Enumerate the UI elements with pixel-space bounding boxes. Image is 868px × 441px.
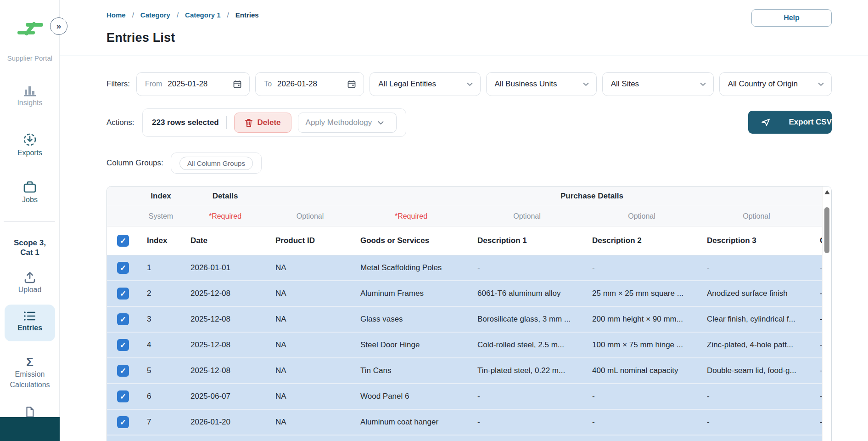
- requirement-system: System: [139, 212, 183, 220]
- cell-description-3: Double-seam lid, food-g...: [699, 366, 814, 375]
- cell-description-1: -: [470, 418, 584, 427]
- column-header-description-2[interactable]: Description 2: [584, 236, 699, 245]
- section-title-line2: Cat 1: [0, 248, 60, 257]
- filters-label: Filters:: [106, 79, 136, 89]
- calendar-icon: [347, 79, 356, 89]
- date-to-picker[interactable]: To 2026-01-28: [255, 72, 364, 96]
- business-units-dropdown[interactable]: All Business Units: [486, 72, 597, 96]
- emission-label-line2: Calculations: [10, 381, 50, 389]
- column-groups-label: Column Groups:: [106, 158, 171, 168]
- file-icon: [23, 406, 36, 418]
- row-checkbox[interactable]: ✓: [117, 288, 129, 300]
- table-row[interactable]: ✓ 3 2025-12-08 NA Glass vases Borosilica…: [107, 307, 831, 333]
- filters-row: Filters: From 2025-01-28 To 2026-01-28: [106, 72, 832, 96]
- table-scrollbar[interactable]: [822, 187, 831, 441]
- date-from-label: From: [145, 80, 162, 88]
- column-header-index[interactable]: Index: [139, 236, 183, 245]
- chevron-double-right-icon: »: [56, 21, 62, 31]
- sidebar-item-insights[interactable]: Insights: [0, 84, 60, 107]
- table-requirement-row: System *Required Optional *Required Opti…: [107, 206, 831, 226]
- table-row[interactable]: ✓ 7 2026-01-20 NA Aluminum coat hanger -…: [107, 410, 831, 435]
- sidebar-item-emission-calculations[interactable]: Σ Emission Calculations: [0, 356, 60, 390]
- cell-product-id: NA: [268, 340, 353, 350]
- scrollbar-thumb[interactable]: [824, 207, 829, 253]
- column-groups-button[interactable]: All Column Groups: [171, 153, 262, 174]
- breadcrumb-separator: /: [177, 11, 179, 19]
- column-header-description-1[interactable]: Description 1: [470, 236, 584, 245]
- table-row[interactable]: ✓ 6 2025-06-07 NA Wood Panel 6 - - - -: [107, 384, 831, 410]
- row-checkbox[interactable]: ✓: [117, 416, 129, 428]
- content: Filters: From 2025-01-28 To 2026-01-28: [60, 72, 868, 441]
- send-icon: [761, 118, 771, 127]
- cell-index: 6: [139, 392, 183, 401]
- row-checkbox[interactable]: ✓: [117, 365, 129, 377]
- export-csv-label: Export CSV: [789, 118, 832, 127]
- cell-index: 5: [139, 366, 183, 375]
- table-row[interactable]: ✓ 4 2025-12-08 NA Steel Door Hinge Cold-…: [107, 333, 831, 358]
- table-row[interactable]: ✓ 1 2026-01-01 NA Metal Scaffolding Pole…: [107, 255, 831, 281]
- sidebar-item-exports[interactable]: Exports: [0, 132, 60, 157]
- breadcrumb-category-1[interactable]: Category 1: [185, 11, 221, 19]
- list-icon: [22, 310, 37, 322]
- export-csv-button[interactable]: Export CSV: [748, 111, 832, 134]
- dropdown-value: All Legal Entities: [378, 79, 436, 89]
- table-row[interactable]: ✓ 5 2025-12-08 NA Tin Cans Tin-plated st…: [107, 358, 831, 384]
- cell-description-3: -: [699, 392, 814, 401]
- country-of-origin-dropdown[interactable]: All Country of Origin: [719, 72, 832, 96]
- apply-methodology-dropdown[interactable]: Apply Methodology: [298, 113, 397, 133]
- column-header-product-id[interactable]: Product ID: [268, 236, 353, 245]
- row-checkbox[interactable]: ✓: [117, 262, 129, 274]
- row-checkbox[interactable]: ✓: [117, 339, 129, 351]
- breadcrumb: Home / Category / Category 1 / Entries: [106, 11, 832, 19]
- sidebar-item-label: Jobs: [0, 196, 60, 204]
- scroll-up-arrow-icon[interactable]: [824, 190, 830, 194]
- column-header-date[interactable]: Date: [183, 236, 268, 245]
- page-title: Entries List: [106, 31, 832, 45]
- legal-entities-dropdown[interactable]: All Legal Entities: [370, 72, 480, 96]
- cell-index: 2: [139, 289, 183, 298]
- delete-button[interactable]: Delete: [234, 113, 291, 133]
- breadcrumb-entries: Entries: [235, 11, 259, 19]
- sidebar-item-label: Exports: [0, 149, 60, 157]
- cell-date: 2025-06-07: [183, 392, 268, 401]
- table-row[interactable]: ✓ 8 2026-01-28 NA Cups Stainless Steel .…: [107, 435, 831, 441]
- column-header-description-3[interactable]: Description 3: [699, 236, 814, 245]
- sidebar-item-upload[interactable]: Upload: [0, 271, 60, 294]
- cell-description-3: Clear finish, cylindrical f...: [699, 315, 814, 324]
- cell-date: 2025-12-08: [183, 340, 268, 350]
- cell-product-id: NA: [268, 315, 353, 324]
- group-header-purchase-details: Purchase Details: [353, 192, 831, 201]
- date-from-picker[interactable]: From 2025-01-28: [136, 72, 250, 96]
- download-circle-icon: [22, 132, 37, 147]
- table-body: ✓ 1 2026-01-01 NA Metal Scaffolding Pole…: [107, 255, 831, 441]
- chevron-down-icon: [467, 82, 473, 86]
- sites-dropdown[interactable]: All Sites: [602, 72, 714, 96]
- entries-table: Index Details Purchase Details System *R…: [106, 186, 832, 441]
- cell-description-1: -: [470, 392, 584, 401]
- table-row[interactable]: ✓ 2 2025-12-08 NA Aluminum Frames 6061-T…: [107, 281, 831, 307]
- column-header-goods-or-services[interactable]: Goods or Services: [353, 236, 470, 245]
- bottom-dark-panel: [0, 417, 60, 441]
- vertical-divider: [226, 116, 227, 129]
- cell-goods-or-services: Aluminum coat hanger: [353, 418, 470, 427]
- help-button[interactable]: Help: [751, 9, 832, 27]
- cell-date: 2025-12-08: [183, 366, 268, 375]
- requirement-optional: Optional: [268, 212, 353, 220]
- cell-product-id: NA: [268, 366, 353, 375]
- breadcrumb-home[interactable]: Home: [106, 11, 126, 19]
- cell-description-3: -: [699, 263, 814, 272]
- bar-chart-icon: [23, 84, 37, 97]
- sidebar-expand-button[interactable]: »: [50, 17, 67, 35]
- sidebar-item-files-partial[interactable]: [0, 406, 60, 418]
- cell-date: 2025-12-08: [183, 315, 268, 324]
- row-checkbox[interactable]: ✓: [117, 390, 129, 402]
- sidebar-item-entries[interactable]: Entries: [0, 310, 60, 332]
- sidebar-item-jobs[interactable]: Jobs: [0, 180, 60, 204]
- row-checkbox[interactable]: ✓: [117, 313, 129, 325]
- cell-description-1: Borosilicate glass, 3 mm ...: [470, 315, 584, 324]
- breadcrumb-category[interactable]: Category: [140, 11, 170, 19]
- select-all-checkbox[interactable]: ✓: [117, 235, 129, 247]
- delete-button-label: Delete: [258, 118, 281, 127]
- emission-label-line1: Emission: [15, 370, 45, 378]
- brand-name: Supplier Portal: [0, 54, 60, 62]
